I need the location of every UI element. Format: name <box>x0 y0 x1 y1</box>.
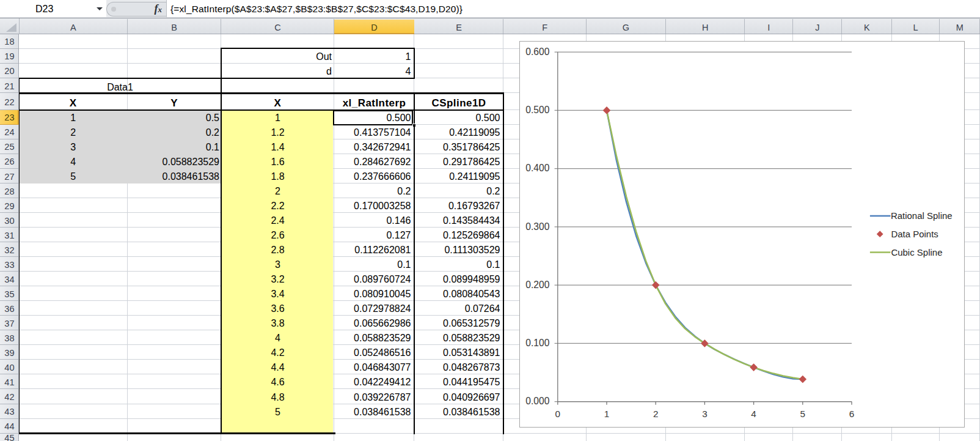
svg-text:4: 4 <box>751 408 756 418</box>
svg-text:0.000: 0.000 <box>525 396 549 406</box>
svg-text:0.500: 0.500 <box>525 105 549 115</box>
svg-text:0.200: 0.200 <box>525 279 549 289</box>
svg-text:0.100: 0.100 <box>525 338 549 348</box>
svg-text:0: 0 <box>555 408 561 418</box>
svg-text:0.400: 0.400 <box>525 163 549 173</box>
svg-text:1: 1 <box>604 408 610 418</box>
svg-text:0.600: 0.600 <box>525 46 549 56</box>
svg-text:0.300: 0.300 <box>525 221 549 231</box>
svg-text:5: 5 <box>800 408 806 418</box>
svg-text:Rational Spline: Rational Spline <box>891 210 953 221</box>
svg-text:3: 3 <box>702 408 708 418</box>
svg-text:Data Points: Data Points <box>891 228 938 239</box>
svg-text:2: 2 <box>653 408 659 418</box>
svg-text:6: 6 <box>849 408 855 418</box>
svg-text:Cubic Spline: Cubic Spline <box>891 246 943 257</box>
